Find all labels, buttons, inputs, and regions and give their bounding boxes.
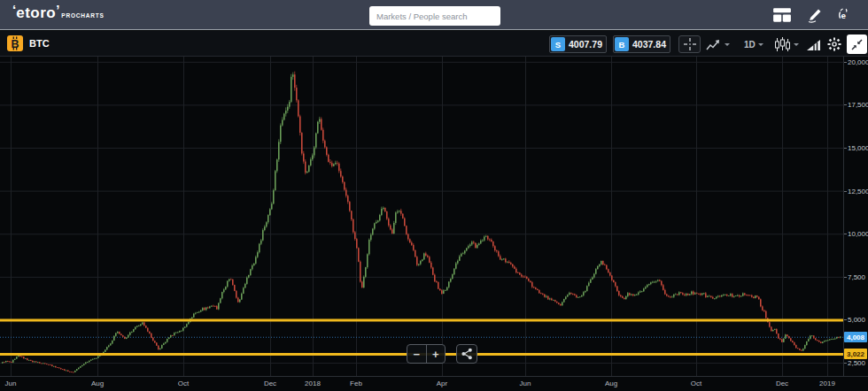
x-axis-label: Aug bbox=[605, 380, 617, 387]
btc-icon: B bbox=[7, 35, 23, 51]
indicators-button[interactable] bbox=[806, 35, 821, 53]
logo-left-horn: ‘ bbox=[12, 2, 16, 17]
layout-icon[interactable] bbox=[772, 7, 792, 23]
zoom-out-button[interactable]: − bbox=[407, 345, 427, 363]
crosshair-icon bbox=[683, 37, 697, 51]
buy-price: 4037.84 bbox=[629, 39, 670, 50]
candlestick-chart[interactable] bbox=[0, 57, 843, 376]
chart-style-button[interactable] bbox=[706, 35, 730, 53]
sell-price: 4007.79 bbox=[565, 39, 606, 50]
x-axis-label: Dec bbox=[776, 380, 788, 387]
svg-text:B: B bbox=[11, 38, 19, 50]
candlestick-icon bbox=[774, 37, 791, 52]
svg-text:e: e bbox=[841, 11, 846, 20]
y-axis-label: 2,500 bbox=[848, 359, 865, 367]
interval-button[interactable]: 1D bbox=[744, 35, 763, 53]
share-icon bbox=[461, 348, 473, 360]
gear-icon bbox=[827, 37, 841, 51]
current-price-label: 4,008 bbox=[844, 332, 867, 342]
y-axis-label: 10,000 bbox=[848, 230, 868, 238]
crosshair-tool-button[interactable] bbox=[678, 35, 701, 53]
etoro-procharts-app: ‘etoro’PROCHARTS e B bbox=[0, 0, 868, 391]
indicators-icon bbox=[806, 38, 821, 51]
etoro-logo[interactable]: ‘etoro’PROCHARTS bbox=[12, 4, 105, 22]
x-axis-label: Dec bbox=[264, 380, 276, 387]
zoom-in-button[interactable]: + bbox=[427, 345, 446, 363]
search-box[interactable] bbox=[369, 6, 500, 26]
logo-wordmark: etoro bbox=[16, 4, 56, 21]
fullscreen-toggle-button[interactable] bbox=[847, 34, 867, 54]
search-input[interactable] bbox=[369, 12, 497, 21]
y-axis-label: 17,500 bbox=[848, 101, 868, 109]
sell-button[interactable]: S 4007.79 bbox=[549, 35, 607, 53]
logo-right-horn: ’ bbox=[56, 2, 59, 17]
symbol-label: BTC bbox=[29, 38, 50, 49]
x-axis-label: Aug bbox=[91, 380, 104, 387]
time-axis[interactable]: JunAugOctDec2018FebAprJunAugOctDec2019 bbox=[0, 376, 868, 391]
x-axis-label: Jun bbox=[520, 380, 531, 387]
candle-type-button[interactable] bbox=[774, 35, 799, 53]
x-axis-label: Apr bbox=[437, 380, 447, 387]
buy-badge: B bbox=[615, 37, 629, 51]
x-axis-label: 2019 bbox=[819, 380, 835, 387]
y-axis-label: 15,000 bbox=[848, 144, 868, 152]
y-axis-label: 20,000 bbox=[848, 58, 868, 66]
zoom-controls: − + bbox=[407, 344, 446, 364]
y-axis-label: 12,500 bbox=[848, 188, 868, 196]
x-axis-label: Oct bbox=[691, 380, 701, 387]
chevron-down-icon bbox=[725, 43, 730, 46]
x-axis-label: 2018 bbox=[305, 380, 321, 387]
chevron-down-icon bbox=[758, 43, 763, 46]
chevron-down-icon bbox=[794, 43, 799, 46]
sell-badge: S bbox=[551, 37, 565, 51]
interval-label: 1D bbox=[744, 40, 756, 50]
instrument-bar: B BTC S 4007.79 B 4037.84 bbox=[0, 31, 868, 57]
share-button[interactable] bbox=[456, 344, 477, 364]
x-axis-label: Feb bbox=[350, 380, 362, 387]
x-axis-label: Oct bbox=[178, 380, 189, 387]
y-axis-label: 5,000 bbox=[848, 316, 865, 324]
etoro-badge-icon[interactable]: e bbox=[834, 7, 852, 23]
chart-style-icon bbox=[706, 38, 722, 51]
settings-button[interactable] bbox=[827, 35, 841, 53]
buy-button[interactable]: B 4037.84 bbox=[613, 35, 670, 53]
price-axis[interactable]: 4,008 3,022 20,00017,50015,00012,50010,0… bbox=[843, 57, 868, 376]
draw-pencil-icon[interactable] bbox=[804, 7, 824, 23]
logo-procharts-label: PROCHARTS bbox=[61, 12, 104, 19]
x-axis-label: Jun bbox=[5, 380, 17, 387]
top-bar: ‘etoro’PROCHARTS e bbox=[0, 0, 868, 30]
collapse-arrows-icon bbox=[850, 38, 864, 51]
y-axis-label: 7,500 bbox=[848, 273, 865, 281]
support-level-label: 3,022 bbox=[844, 349, 867, 359]
